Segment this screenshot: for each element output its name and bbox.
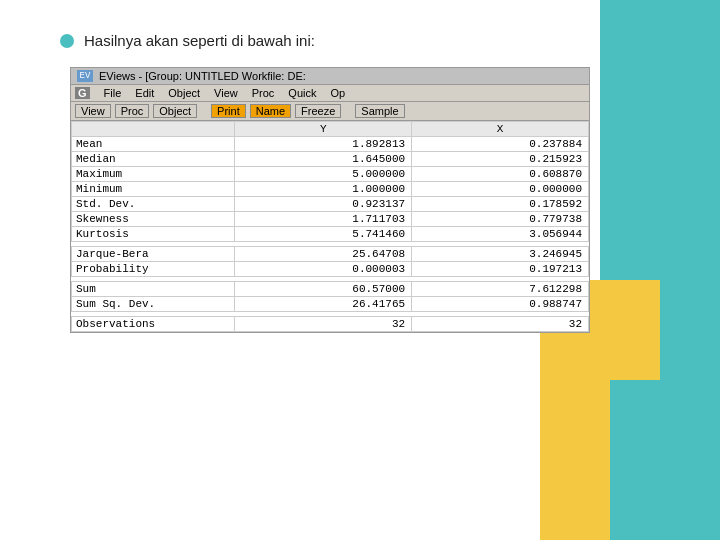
col-header-y: Y [235,122,412,137]
menu-file[interactable]: File [104,87,122,99]
table-row: Maximum 5.000000 0.608870 [72,167,589,182]
row-y-value: 1.892813 [235,137,412,152]
col-header-x: X [412,122,589,137]
row-x-value: 0.779738 [412,212,589,227]
table-row: Mean 1.892813 0.237884 [72,137,589,152]
table-row: Sum 60.57000 7.612298 [72,282,589,297]
row-x-value: 0.215923 [412,152,589,167]
table-row: Sum Sq. Dev. 26.41765 0.988747 [72,297,589,312]
table-row: Probability 0.000003 0.197213 [72,262,589,277]
btn-proc[interactable]: Proc [115,104,150,118]
row-y-value: 1.711703 [235,212,412,227]
row-label: Std. Dev. [72,197,235,212]
table-row: Minimum 1.000000 0.000000 [72,182,589,197]
menu-g[interactable]: G [75,87,90,99]
menu-op[interactable]: Op [330,87,345,99]
row-y-value: 32 [235,317,412,332]
table-row: Std. Dev. 0.923137 0.178592 [72,197,589,212]
table-row: Skewness 1.711703 0.779738 [72,212,589,227]
row-y-value: 1.000000 [235,182,412,197]
bullet-icon [60,34,74,48]
table-row: Jarque-Bera 25.64708 3.246945 [72,247,589,262]
row-y-value: 26.41765 [235,297,412,312]
row-label: Sum [72,282,235,297]
row-label: Mean [72,137,235,152]
row-label: Median [72,152,235,167]
row-x-value: 0.197213 [412,262,589,277]
table-row: Median 1.645000 0.215923 [72,152,589,167]
menu-object[interactable]: Object [168,87,200,99]
menu-proc[interactable]: Proc [252,87,275,99]
btn-name[interactable]: Name [250,104,291,118]
row-label: Skewness [72,212,235,227]
row-y-value: 5.000000 [235,167,412,182]
row-y-value: 5.741460 [235,227,412,242]
table-row: Observations 32 32 [72,317,589,332]
row-label: Maximum [72,167,235,182]
bg-teal2-shape [610,380,690,540]
window-title: EViews - [Group: UNTITLED Workfile: DE: [99,70,306,82]
btn-object[interactable]: Object [153,104,197,118]
menu-quick[interactable]: Quick [288,87,316,99]
row-y-value: 60.57000 [235,282,412,297]
row-y-value: 0.923137 [235,197,412,212]
title-bar: EV EViews - [Group: UNTITLED Workfile: D… [71,68,589,85]
btn-view[interactable]: View [75,104,111,118]
menu-bar: G File Edit Object View Proc Quick Op [71,85,589,102]
row-label: Minimum [72,182,235,197]
row-x-value: 3.056944 [412,227,589,242]
row-x-value: 0.608870 [412,167,589,182]
menu-edit[interactable]: Edit [135,87,154,99]
row-label: Observations [72,317,235,332]
row-x-value: 0.988747 [412,297,589,312]
heading-text: Hasilnya akan seperti di bawah ini: [84,32,315,49]
main-content: Hasilnya akan seperti di bawah ini: EV E… [0,0,720,353]
row-x-value: 0.000000 [412,182,589,197]
row-x-value: 0.178592 [412,197,589,212]
row-x-value: 7.612298 [412,282,589,297]
row-label: Jarque-Bera [72,247,235,262]
eviews-window: EV EViews - [Group: UNTITLED Workfile: D… [70,67,590,333]
heading-row: Hasilnya akan seperti di bawah ini: [60,32,680,49]
toolbar: View Proc Object Print Name Freeze Sampl… [71,102,589,121]
col-header-label [72,122,235,137]
menu-view[interactable]: View [214,87,238,99]
row-label: Kurtosis [72,227,235,242]
row-x-value: 3.246945 [412,247,589,262]
row-y-value: 25.64708 [235,247,412,262]
row-label: Sum Sq. Dev. [72,297,235,312]
btn-sample[interactable]: Sample [355,104,404,118]
row-y-value: 0.000003 [235,262,412,277]
row-x-value: 0.237884 [412,137,589,152]
eviews-icon: EV [77,70,93,82]
btn-print[interactable]: Print [211,104,246,118]
table-row: Kurtosis 5.741460 3.056944 [72,227,589,242]
row-x-value: 32 [412,317,589,332]
row-y-value: 1.645000 [235,152,412,167]
row-label: Probability [72,262,235,277]
btn-freeze[interactable]: Freeze [295,104,341,118]
stats-table: Y X Mean 1.892813 0.237884 Median 1.6450… [71,121,589,332]
